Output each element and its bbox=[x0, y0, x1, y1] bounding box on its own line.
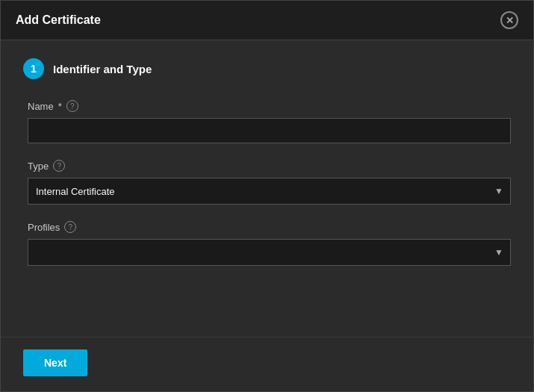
type-field-group: Type ? Internal Certificate External Cer… bbox=[23, 160, 511, 205]
profiles-label: Profiles ? bbox=[28, 221, 511, 233]
name-label: Name * ? bbox=[28, 100, 511, 112]
name-input[interactable] bbox=[28, 118, 511, 143]
modal-header: Add Certificate ✕ bbox=[1, 1, 533, 40]
step-badge: 1 bbox=[23, 58, 44, 79]
close-button[interactable]: ✕ bbox=[500, 11, 518, 29]
profiles-field-group: Profiles ? ▼ bbox=[23, 221, 511, 266]
profiles-help-icon[interactable]: ? bbox=[64, 221, 76, 233]
modal-footer: Next bbox=[1, 337, 533, 391]
type-label: Type ? bbox=[28, 160, 511, 172]
profiles-label-text: Profiles bbox=[28, 222, 60, 233]
step-header: 1 Identifier and Type bbox=[23, 58, 511, 79]
next-button[interactable]: Next bbox=[23, 349, 87, 376]
type-help-icon[interactable]: ? bbox=[53, 160, 65, 172]
name-field-group: Name * ? bbox=[23, 100, 511, 143]
profiles-select[interactable] bbox=[28, 239, 511, 266]
name-help-icon[interactable]: ? bbox=[66, 100, 78, 112]
modal-body: 1 Identifier and Type Name * ? Type ? In… bbox=[1, 40, 533, 337]
name-required-marker: * bbox=[58, 101, 62, 112]
modal-title: Add Certificate bbox=[16, 13, 101, 27]
type-select[interactable]: Internal Certificate External Certificat… bbox=[28, 178, 511, 205]
type-label-text: Type bbox=[28, 161, 49, 172]
step-title: Identifier and Type bbox=[53, 63, 152, 75]
add-certificate-modal: Add Certificate ✕ 1 Identifier and Type … bbox=[0, 0, 534, 392]
name-label-text: Name bbox=[28, 101, 54, 112]
type-select-wrapper: Internal Certificate External Certificat… bbox=[28, 178, 511, 205]
profiles-select-wrapper: ▼ bbox=[28, 239, 511, 266]
